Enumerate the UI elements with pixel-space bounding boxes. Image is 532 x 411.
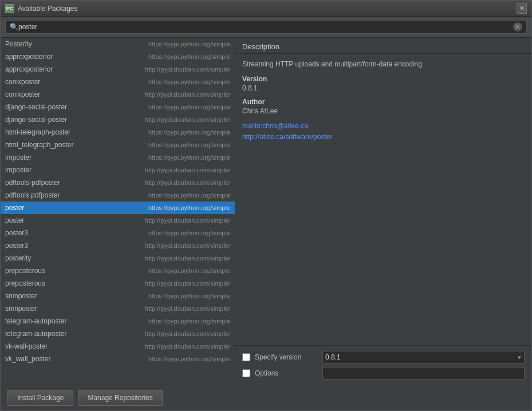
version-value: 0.8.1 [242,84,525,92]
package-url: https://pypi.python.org/simple [120,267,230,274]
package-url: https://pypi.python.org/simple [120,355,230,362]
specify-version-checkbox[interactable] [242,353,250,361]
version-label: Version [242,75,525,83]
package-row[interactable]: posterhttps://pypi.python.org/simple [1,201,235,214]
package-row[interactable]: approxposteriorhttps://pypi.python.org/s… [1,50,235,63]
search-clear-button[interactable]: ✕ [513,22,522,31]
title-bar-left: PC Available Packages [5,4,78,13]
version-select[interactable]: 0.8.1 [322,351,525,363]
package-row[interactable]: html-telegraph-posterhttps://pypi.python… [1,126,235,139]
manage-repositories-button[interactable]: Manage Repositories [78,390,162,406]
package-url: http://pypi.douban.com/simple/ [120,179,230,186]
options-row: Options [242,365,525,381]
package-name: imposter [5,153,120,161]
package-row[interactable]: pdftools.pdfposterhttps://pypi.python.or… [1,189,235,201]
close-button[interactable]: ✕ [517,3,527,14]
package-url: http://pypi.douban.com/simple/ [120,255,230,262]
package-row[interactable]: preposteroushttps://pypi.python.org/simp… [1,264,235,277]
main-content: Posterityhttps://pypi.python.org/simplea… [1,38,531,385]
package-name: poster [5,216,120,224]
package-list[interactable]: Posterityhttps://pypi.python.org/simplea… [1,38,235,385]
package-url: http://pypi.douban.com/simple/ [120,116,230,123]
package-row[interactable]: approxposteriorhttp://pypi.douban.com/si… [1,63,235,76]
footer: Install Package Manage Repositories [1,385,531,410]
description-text: Streaming HTTP uploads and multipart/for… [242,60,525,69]
package-row[interactable]: poster3http://pypi.douban.com/simple/ [1,239,235,252]
description-body: Streaming HTTP uploads and multipart/for… [235,54,531,345]
package-url: http://pypi.douban.com/simple/ [120,330,230,337]
package-name: django-social-poster [5,103,120,111]
specify-version-label: Specify version [255,353,318,361]
package-url: http://pypi.douban.com/simple/ [120,242,230,249]
package-row[interactable]: html_telegraph_posterhttps://pypi.python… [1,139,235,151]
website-link[interactable]: http://atlee.ca/software/poster [242,132,525,143]
package-name: pdftools.pdfposter [5,191,120,199]
package-url: https://pypi.python.org/simple [120,129,230,136]
author-value: Chris AtLee [242,107,525,115]
description-panel: Description Streaming HTTP uploads and m… [235,38,531,385]
package-row[interactable]: vk-wall-posterhttp://pypi.douban.com/sim… [1,340,235,353]
package-name: conixposter [5,90,120,98]
package-row[interactable]: imposterhttp://pypi.douban.com/simple/ [1,164,235,176]
package-url: https://pypi.python.org/simple [120,293,230,299]
bottom-options: Specify version 0.8.1 ▼ Options [235,345,531,385]
package-name: approxposterior [5,65,120,73]
package-url: https://pypi.python.org/simple [120,41,230,48]
main-window: PC Available Packages ✕ 🔍 ✕ Posterityhtt… [0,0,532,411]
package-name: html_telegraph_poster [5,141,120,149]
package-row[interactable]: conixposterhttps://pypi.python.org/simpl… [1,76,235,88]
package-name: preposterous [5,267,120,275]
package-name: telegram-autoposter [5,317,120,325]
title-bar: PC Available Packages ✕ [1,1,531,17]
package-url: http://pypi.douban.com/simple/ [120,280,230,287]
package-name: preposterous [5,279,120,287]
package-row[interactable]: posterhttp://pypi.douban.com/simple/ [1,214,235,227]
package-name: imposter [5,166,120,174]
version-select-wrapper: 0.8.1 ▼ [322,351,525,363]
package-name: poster3 [5,229,120,237]
package-name: conixposter [5,78,120,86]
package-row[interactable]: preposteroushttp://pypi.douban.com/simpl… [1,277,235,290]
package-name: django-social-poster [5,116,120,124]
options-input[interactable] [322,367,525,380]
package-url: https://pypi.python.org/simple [120,204,230,211]
package-url: http://pypi.douban.com/simple/ [120,167,230,173]
package-name: pdftools-pdfposter [5,179,120,187]
package-row[interactable]: conixposterhttp://pypi.douban.com/simple… [1,88,235,101]
package-url: http://pypi.douban.com/simple/ [120,66,230,73]
package-row[interactable]: telegram-autoposterhttp://pypi.douban.co… [1,327,235,340]
package-row[interactable]: pdftools-pdfposterhttp://pypi.douban.com… [1,176,235,189]
package-name: snmposter [5,292,120,300]
package-url: https://pypi.python.org/simple [120,104,230,110]
package-url: https://pypi.python.org/simple [120,192,230,199]
package-name: posterity [5,254,120,262]
package-row[interactable]: telegram-autoposterhttps://pypi.python.o… [1,315,235,327]
package-row[interactable]: posterityhttp://pypi.douban.com/simple/ [1,252,235,264]
mailto-link[interactable]: mailto:chris@atlee.ca [242,121,525,132]
package-name: html-telegraph-poster [5,128,120,136]
package-row[interactable]: poster3https://pypi.python.org/simple [1,227,235,239]
install-package-button[interactable]: Install Package [7,390,73,406]
package-row[interactable]: snmposterhttps://pypi.python.org/simple [1,290,235,302]
package-row[interactable]: snmposterhttp://pypi.douban.com/simple/ [1,302,235,315]
description-header: Description [235,38,531,54]
package-row[interactable]: django-social-posterhttps://pypi.python.… [1,101,235,113]
author-label: Author [242,98,525,106]
package-url: https://pypi.python.org/simple [120,141,230,148]
package-url: http://pypi.douban.com/simple/ [120,305,230,312]
package-row[interactable]: imposterhttps://pypi.python.org/simple [1,151,235,164]
package-name: poster3 [5,242,120,250]
package-name: Posterity [5,40,120,48]
package-name: telegram-autoposter [5,330,120,338]
package-name: vk-wall-poster [5,342,120,350]
package-row[interactable]: Posterityhttps://pypi.python.org/simple [1,38,235,50]
package-row[interactable]: django-social-posterhttp://pypi.douban.c… [1,113,235,126]
window-title: Available Packages [18,5,78,13]
search-input[interactable] [5,20,527,34]
package-name: approxposterior [5,53,120,61]
package-name: snmposter [5,305,120,313]
package-url: https://pypi.python.org/simple [120,230,230,236]
package-row[interactable]: vk_wall_posterhttps://pypi.python.org/si… [1,353,235,365]
package-url: http://pypi.douban.com/simple/ [120,343,230,350]
options-checkbox[interactable] [242,369,250,377]
